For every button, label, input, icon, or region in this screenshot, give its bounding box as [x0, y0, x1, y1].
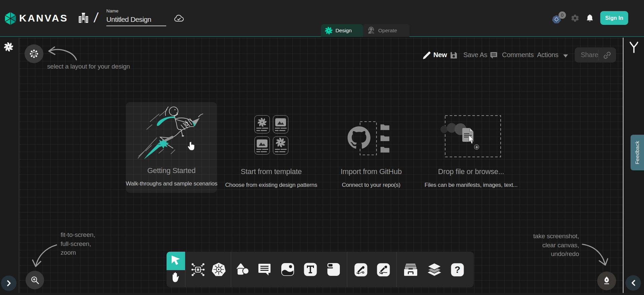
svg-text:0: 0 [561, 12, 564, 18]
svg-text:?: ? [455, 264, 460, 275]
